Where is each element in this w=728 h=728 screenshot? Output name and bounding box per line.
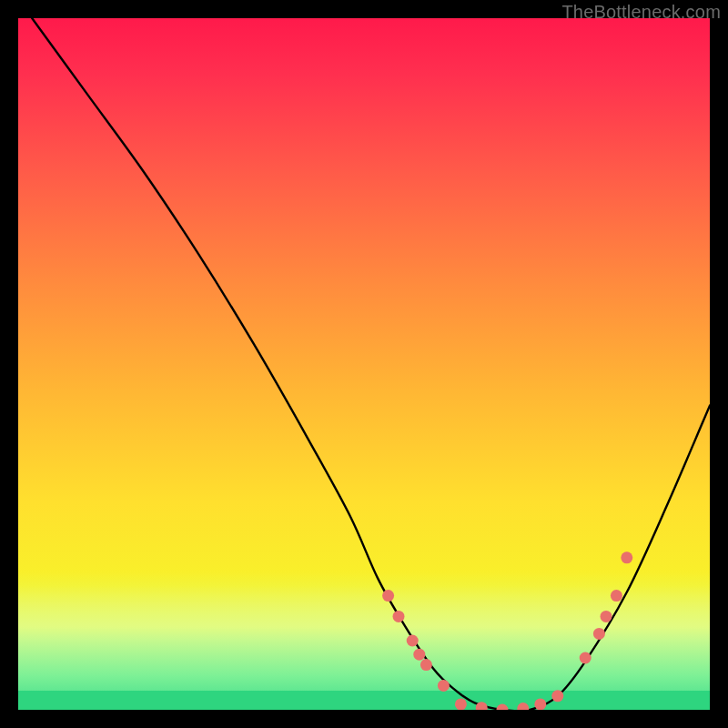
data-marker [593, 628, 605, 640]
data-marker [476, 702, 488, 710]
data-marker [438, 680, 450, 692]
chart-stage: TheBottleneck.com [0, 0, 728, 728]
watermark-text: TheBottleneck.com [561, 2, 721, 23]
data-marker [580, 652, 592, 664]
data-marker [517, 703, 529, 710]
data-marker [420, 659, 432, 671]
data-marker [534, 698, 546, 710]
data-marker [382, 590, 394, 602]
plot-area [18, 18, 710, 710]
data-marker [407, 635, 419, 647]
data-marker [455, 698, 467, 710]
data-marker [611, 590, 622, 602]
data-markers [382, 551, 632, 710]
bottleneck-curve [32, 18, 710, 710]
data-marker [621, 551, 632, 563]
data-marker [497, 704, 509, 711]
data-marker [393, 611, 405, 622]
data-marker [551, 690, 563, 702]
chart-svg [18, 18, 710, 710]
data-marker [601, 611, 612, 622]
data-marker [413, 649, 425, 661]
